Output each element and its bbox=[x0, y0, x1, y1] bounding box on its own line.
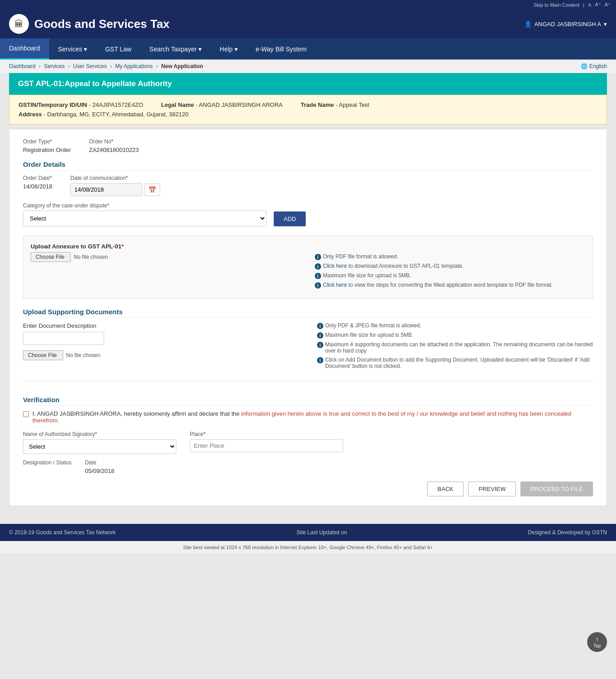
verification-text: I, ANGAD JASBIRSINGH ARORA, hereby solom… bbox=[32, 410, 593, 424]
breadcrumb-user-services[interactable]: User Services bbox=[73, 63, 107, 69]
doc-no-file-text: No file chosen bbox=[66, 352, 100, 358]
nav-item-services[interactable]: Services ▾ bbox=[49, 39, 97, 59]
order-type-label: Order Type* bbox=[23, 138, 71, 145]
footer-designed: Designed & Developed by GSTN bbox=[528, 529, 607, 536]
nav-label-dashboard: Dashboard bbox=[9, 45, 40, 52]
accessibility-divider: | bbox=[583, 2, 584, 8]
order-type-req: * bbox=[50, 138, 52, 145]
trade-name-label: Trade Name bbox=[301, 101, 334, 108]
verification-section: Verification I, ANGAD JASBIRSINGH ARORA,… bbox=[23, 381, 593, 496]
upload-annexure-label: Upload Annexure to GST APL-01* bbox=[31, 243, 585, 250]
services-dropdown-icon: ▾ bbox=[84, 46, 87, 53]
footer-copyright: © 2018-19 Goods and Services Tax Network bbox=[9, 529, 116, 536]
breadcrumb-services[interactable]: Services bbox=[44, 63, 64, 69]
breadcrumb-bar: Dashboard › Services › User Services › M… bbox=[0, 60, 616, 73]
language-selector[interactable]: 🌐 English bbox=[581, 63, 607, 69]
nav-label-gst-law: GST Law bbox=[105, 46, 131, 53]
breadcrumb-sep-2: › bbox=[68, 63, 70, 69]
category-label: Category of the case under dispute* bbox=[23, 202, 267, 209]
skip-main-content-link[interactable]: Skip to Main Content bbox=[533, 2, 579, 8]
annexure-download-link[interactable]: Click here bbox=[323, 263, 347, 269]
nav-item-eway-bill[interactable]: e-Way Bill System bbox=[247, 39, 316, 59]
doc-info-icon-4: i bbox=[317, 357, 323, 363]
dropdown-icon: ▾ bbox=[604, 21, 607, 28]
signatory-group: Name of Authorized Signatory* Select bbox=[23, 431, 176, 454]
place-input[interactable] bbox=[190, 439, 343, 452]
category-select-wrap: Category of the case under dispute* Sele… bbox=[23, 202, 267, 226]
annexure-no-file-text: No file chosen bbox=[74, 254, 108, 260]
font-size-small[interactable]: A bbox=[588, 2, 591, 8]
nav-item-gst-law[interactable]: GST Law bbox=[96, 39, 140, 59]
place-group: Place* bbox=[190, 431, 343, 452]
signatory-row: Name of Authorized Signatory* Select Pla… bbox=[23, 431, 593, 454]
upload-annexure-notes: i Only PDF file format is allowed. i Cli… bbox=[315, 253, 585, 291]
order-no-group: Order No* ZA2408180010223 bbox=[89, 138, 139, 153]
legal-name-value: ANGAD JASBIRSINGH ARORA bbox=[199, 101, 283, 108]
date-communication-label: Date of communication* bbox=[70, 175, 160, 181]
font-size-large[interactable]: A⁺ bbox=[605, 2, 611, 8]
nav-label-services: Services bbox=[58, 46, 83, 53]
annexure-convert-link[interactable]: Click here bbox=[323, 282, 347, 288]
search-taxpayer-dropdown-icon: ▾ bbox=[198, 46, 202, 53]
date-communication-wrap: 📅 bbox=[70, 183, 160, 196]
supporting-docs-title: Upload Supporting Documents bbox=[23, 308, 593, 318]
order-no-req: * bbox=[111, 138, 114, 145]
annexure-note-1: i Only PDF file format is allowed. bbox=[315, 253, 585, 260]
breadcrumb-sep-1: › bbox=[39, 63, 41, 69]
doc-note-4: i Click on Add Document button to add th… bbox=[317, 357, 593, 369]
annexure-note-3: i Maximum file size for upload is 5MB. bbox=[315, 272, 585, 279]
address-value: Darbhanga, MG, ECITY, Ahmedabad, Gujarat… bbox=[47, 111, 188, 118]
user-menu[interactable]: 👤 ANGAD JASBIRSINGH A ▾ bbox=[524, 21, 607, 28]
page-content: GST APL-01:Appeal to Appellate Authority… bbox=[0, 73, 616, 519]
upload-annexure-left: Choose File No file chosen bbox=[31, 253, 301, 260]
trade-name-field: Trade Name - Appeal Test bbox=[301, 101, 369, 108]
date-group: Date 05/09/2018 bbox=[85, 459, 114, 474]
gstin-value: 24AJIPA1572E4ZO bbox=[92, 101, 143, 108]
breadcrumb-my-applications[interactable]: My Applications bbox=[115, 63, 152, 69]
order-basic-row: Order Type* Registration Order Order No*… bbox=[23, 138, 593, 153]
date-communication-group: Date of communication* 📅 bbox=[70, 175, 160, 196]
doc-choose-file-button[interactable]: Choose File bbox=[23, 350, 63, 360]
nav-item-search-taxpayer[interactable]: Search Taxpayer ▾ bbox=[140, 39, 211, 59]
trade-name-value: Appeal Test bbox=[339, 101, 369, 108]
date-communication-input[interactable] bbox=[70, 183, 143, 196]
order-date-group: Order Date* 14/08/2018 bbox=[23, 175, 52, 190]
doc-info-icon-3: i bbox=[317, 342, 323, 348]
doc-note-3: i Maximum 4 supporting documents can be … bbox=[317, 341, 593, 354]
gstin-field: GSTIN/Temporary ID/UIN - 24AJIPA1572E4ZO bbox=[18, 101, 143, 108]
category-select[interactable]: Select bbox=[23, 211, 267, 226]
site-title: Goods and Services Tax bbox=[34, 17, 170, 31]
preview-button[interactable]: PREVIEW bbox=[468, 482, 516, 496]
order-details-title: Order Details bbox=[23, 161, 593, 170]
verification-checkbox[interactable] bbox=[23, 411, 29, 417]
upload-annexure-req: * bbox=[121, 243, 124, 250]
doc-description-input[interactable] bbox=[23, 332, 104, 345]
verification-checkbox-row: I, ANGAD JASBIRSINGH ARORA, hereby solom… bbox=[23, 410, 593, 424]
nav-item-dashboard[interactable]: Dashboard bbox=[0, 38, 49, 60]
annexure-note-4: i Click here to view the steps for conve… bbox=[315, 282, 585, 289]
category-row: Category of the case under dispute* Sele… bbox=[23, 202, 593, 226]
calendar-icon-button[interactable]: 📅 bbox=[144, 184, 160, 196]
signatory-select[interactable]: Select bbox=[23, 439, 176, 454]
back-button[interactable]: BACK bbox=[427, 482, 464, 496]
place-label: Place* bbox=[190, 431, 343, 437]
designation-date-row: Designation / Status Date 05/09/2018 bbox=[23, 459, 593, 474]
nav-label-help: Help bbox=[220, 46, 233, 53]
breadcrumb-sep-4: › bbox=[156, 63, 158, 69]
nav-item-help[interactable]: Help ▾ bbox=[211, 39, 247, 59]
add-button[interactable]: ADD bbox=[274, 211, 306, 226]
verification-title: Verification bbox=[23, 396, 593, 406]
font-size-normal[interactable]: A⁺ bbox=[595, 2, 601, 8]
main-navigation: Dashboard Services ▾ GST Law Search Taxp… bbox=[0, 38, 616, 60]
footer-bottom: Site best viewed at 1024 x 768 resolutio… bbox=[0, 541, 616, 554]
breadcrumb-dashboard[interactable]: Dashboard bbox=[9, 63, 36, 69]
address-field: Address - Darbhanga, MG, ECITY, Ahmedaba… bbox=[18, 111, 598, 118]
site-header: 🏛 Goods and Services Tax 👤 ANGAD JASBIRS… bbox=[0, 9, 616, 38]
footer-last-updated: Site Last Updated on bbox=[297, 529, 347, 536]
doc-desc-left: Enter Document Description Choose File N… bbox=[23, 322, 299, 358]
help-dropdown-icon: ▾ bbox=[234, 46, 238, 53]
annexure-choose-file-button[interactable]: Choose File bbox=[31, 252, 71, 262]
info-icon-3: i bbox=[315, 273, 321, 279]
emblem-icon: 🏛 bbox=[14, 19, 23, 29]
doc-info-icon-2: i bbox=[317, 332, 323, 339]
